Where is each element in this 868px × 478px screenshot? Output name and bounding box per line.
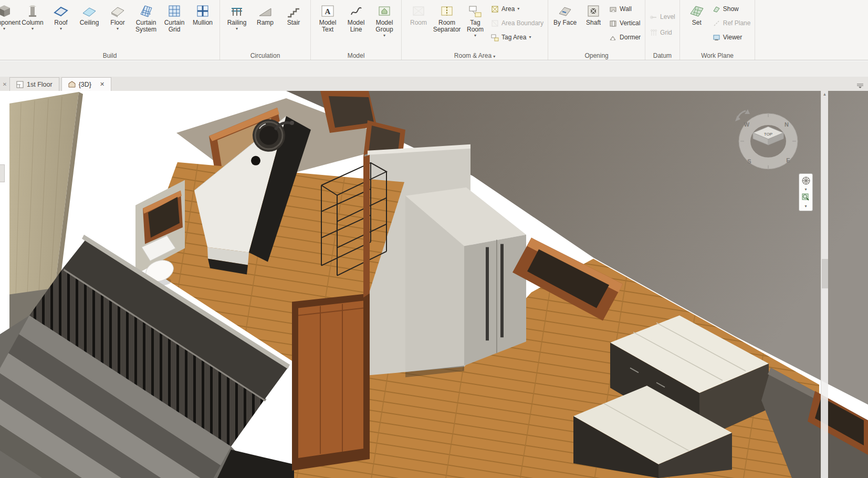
button-label: Grid — [660, 29, 672, 36]
viewcube-north[interactable]: N — [785, 121, 789, 128]
ribbon-button-set[interactable]: Set — [683, 1, 711, 26]
ribbon-group-label-room-area[interactable]: Room & Area▾ — [402, 52, 548, 59]
ribbon-button-mullion[interactable]: Mullion — [189, 1, 217, 26]
model-line-icon — [348, 3, 364, 19]
ribbon-button-ref-plane[interactable]: Ref Plane — [713, 19, 751, 27]
button-label: Room Separator — [433, 19, 461, 33]
button-label: Set — [692, 19, 702, 26]
navigation-wheel-icon[interactable] — [800, 176, 812, 185]
view-tab-label: {3D} — [79, 81, 91, 88]
viewcube-east[interactable]: E — [786, 157, 790, 163]
navigation-bar: ▾ ▾ — [799, 173, 813, 211]
button-label: Tag Area — [501, 34, 526, 41]
3d-viewport[interactable]: TOP N E S W ▾ ▾ ▲ — [0, 91, 868, 478]
grid-icon — [650, 29, 657, 37]
button-label: Stair — [287, 19, 300, 26]
ribbon-button-column[interactable]: Column ▾ — [18, 1, 47, 32]
scrollbar-thumb[interactable] — [822, 259, 828, 288]
ribbon-button-vertical-opening[interactable]: Vertical — [609, 19, 641, 27]
ribbon-button-show[interactable]: Show — [713, 5, 751, 13]
zoom-icon[interactable] — [800, 193, 812, 202]
ribbon-button-model-group[interactable]: Model Group ▾ — [370, 1, 399, 38]
ribbon-button-area-boundary[interactable]: Area Boundary — [491, 19, 543, 27]
ribbon-button-room-separator[interactable]: Room Separator — [433, 1, 461, 33]
ceiling-icon — [81, 3, 97, 19]
ribbon-group-label-circulation[interactable]: Circulation — [220, 52, 310, 59]
tab-list-icon[interactable] — [856, 83, 864, 91]
ribbon-button-model-text[interactable]: A Model Text — [313, 1, 342, 33]
close-icon[interactable]: ✕ — [0, 81, 9, 91]
scroll-up-arrow-icon[interactable]: ▲ — [821, 91, 828, 98]
ribbon-button-viewer[interactable]: Viewer — [713, 33, 751, 41]
ribbon-group-label-work-plane[interactable]: Work Plane — [680, 52, 755, 59]
chevron-down-icon[interactable]: ▾ — [800, 186, 812, 192]
view-tab-3d[interactable]: {3D} ✕ — [61, 77, 112, 91]
view-tab-1st-floor[interactable]: 1st Floor — [9, 77, 59, 91]
button-label: Level — [660, 13, 675, 20]
ribbon-button-component[interactable]: Component ▾ — [0, 1, 18, 32]
ribbon-button-ramp[interactable]: Ramp — [251, 1, 279, 26]
button-label: Model Group — [370, 19, 399, 33]
vertical-scrollbar[interactable]: ▲ — [821, 91, 828, 478]
ribbon-group-build: Component ▾ Column ▾ Roof ▾ Ceiling Floo… — [0, 0, 220, 60]
ribbon-button-roof[interactable]: Roof ▾ — [47, 1, 75, 32]
ribbon-button-dormer-opening[interactable]: Dormer — [609, 33, 641, 41]
viewcube-west[interactable]: W — [744, 121, 750, 128]
room-icon — [411, 3, 426, 19]
floor-plan-icon — [16, 81, 24, 88]
ribbon-group-work-plane: Set Show Ref Plane Viewer Work Plane — [680, 0, 756, 60]
model-group-icon — [377, 3, 392, 19]
ribbon-group-label-opening[interactable]: Opening — [548, 52, 645, 59]
dormer-icon — [609, 34, 617, 41]
button-label: Curtain Grid — [160, 19, 189, 33]
chevron-down-icon[interactable]: ▾ — [800, 203, 812, 209]
ribbon-group-label-datum[interactable]: Datum — [645, 52, 679, 59]
ribbon-button-railing[interactable]: Railing ▾ — [223, 1, 251, 32]
ribbon-button-grid[interactable]: Grid — [650, 28, 675, 37]
chevron-down-icon: ▾ — [383, 33, 385, 38]
ribbon-button-by-face[interactable]: By Face — [551, 1, 579, 26]
ribbon-group-room-area: Room Room Separator Tag Room ▾ Area ▾ Ar… — [402, 0, 548, 60]
curtain-system-icon — [138, 3, 154, 19]
ribbon-group-label-build[interactable]: Build — [0, 52, 219, 59]
ribbon-button-curtain-grid[interactable]: Curtain Grid — [160, 1, 189, 33]
ribbon-group-label-model[interactable]: Model — [311, 52, 401, 59]
ribbon: Component ▾ Column ▾ Roof ▾ Ceiling Floo… — [0, 0, 868, 60]
ribbon-button-ceiling[interactable]: Ceiling — [75, 1, 103, 26]
button-label: Roof — [54, 19, 67, 26]
collapsed-panel-handle[interactable] — [0, 164, 5, 182]
ribbon-button-shaft[interactable]: Shaft — [579, 1, 608, 26]
railing-icon — [229, 3, 245, 19]
ribbon-button-room[interactable]: Room — [404, 1, 433, 26]
ribbon-button-tag-area[interactable]: Tag Area ▾ — [491, 33, 543, 41]
close-icon[interactable]: ✕ — [100, 81, 104, 88]
level-icon — [650, 13, 657, 21]
ribbon-button-level[interactable]: Level — [650, 13, 675, 21]
chevron-down-icon: ▾ — [517, 6, 519, 12]
button-label: Viewer — [723, 34, 742, 41]
ribbon-button-floor[interactable]: Floor ▾ — [103, 1, 132, 32]
button-label: Dormer — [620, 34, 641, 41]
tag-area-icon — [491, 34, 499, 41]
stair-icon — [286, 3, 301, 19]
chevron-down-icon: ▾ — [60, 26, 62, 32]
viewer-icon — [713, 34, 720, 41]
ribbon-button-tag-room[interactable]: Tag Room ▾ — [461, 1, 489, 38]
ribbon-button-model-line[interactable]: Model Line — [342, 1, 370, 33]
tag-room-icon — [467, 3, 483, 19]
viewcube-south[interactable]: S — [747, 158, 751, 164]
ribbon-button-area[interactable]: Area ▾ — [491, 5, 543, 13]
3d-viewport-canvas[interactable]: TOP N E S W — [0, 91, 868, 478]
model-text-icon: A — [320, 3, 336, 19]
button-label: Area Boundary — [501, 19, 543, 27]
ribbon-button-curtain-system[interactable]: Curtain System — [132, 1, 160, 33]
ribbon-button-stair[interactable]: Stair — [279, 1, 308, 26]
ribbon-group-circulation: Railing ▾ Ramp Stair Circulation — [220, 0, 311, 60]
show-work-plane-icon — [713, 5, 720, 13]
ribbon-button-wall-opening[interactable]: Wall — [609, 5, 641, 13]
viewcube-top-face[interactable]: TOP — [764, 132, 772, 137]
work-plane-set-icon — [689, 3, 705, 19]
button-label: Column — [22, 19, 43, 26]
ribbon-group-opening: By Face Shaft Wall Vertical Dormer Openi… — [548, 0, 645, 60]
button-label: Model Text — [313, 19, 342, 33]
